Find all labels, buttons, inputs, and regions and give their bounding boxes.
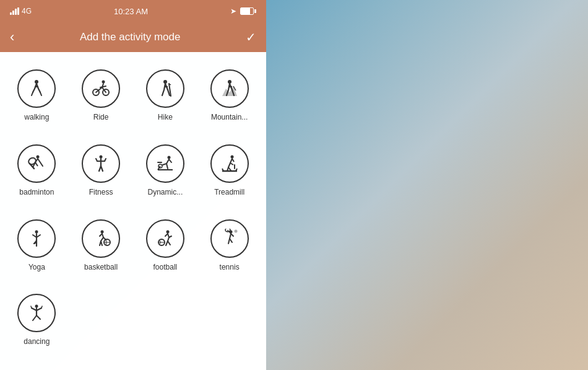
svg-point-23 [101, 230, 104, 233]
status-bar: 4G 10:23 AM ➤ [0, 0, 266, 22]
football-icon [155, 229, 175, 249]
signal-bar-2 [12, 11, 14, 15]
activity-label-basketball: basketball [84, 263, 118, 271]
svg-point-11 [102, 81, 105, 84]
activity-circle-football [146, 219, 184, 258]
activity-circle-fitness [82, 144, 120, 183]
activity-item-ride[interactable]: Ride [71, 64, 132, 133]
battery-body [240, 7, 254, 15]
activity-circle-badminton [17, 144, 56, 183]
activity-label-dynamic: Dynamic... [148, 188, 183, 196]
activity-label-badminton: badminton [19, 188, 54, 196]
activity-label-dancing: dancing [24, 337, 50, 346]
svg-point-30 [35, 305, 38, 308]
signal-bar-4 [17, 7, 19, 15]
activity-circle-walking [17, 69, 56, 108]
activity-label-yoga: Yoga [28, 263, 45, 271]
activity-item-yoga[interactable]: Yoga [6, 214, 67, 283]
activity-circle-basketball [82, 219, 120, 258]
signal-bar-3 [15, 9, 17, 15]
badminton-icon [27, 154, 46, 174]
signal-bars [10, 7, 19, 15]
activity-item-tennis[interactable]: tennis [199, 214, 260, 283]
page-title: Add the activity mode [14, 31, 246, 43]
yoga-icon [27, 229, 46, 249]
time-display: 10:23 AM [114, 7, 148, 16]
treadmill-icon [220, 154, 240, 174]
activity-item-hike[interactable]: Hike [135, 64, 196, 133]
activity-grid: walking Ride [0, 52, 266, 370]
activity-label-tennis: tennis [220, 263, 240, 271]
signal-bar-1 [10, 12, 12, 15]
svg-point-22 [35, 230, 38, 233]
ride-icon [91, 79, 111, 99]
activity-label-treadmill: Treadmill [214, 188, 244, 196]
activity-label-football: football [153, 263, 178, 271]
confirm-button[interactable]: ✓ [246, 30, 256, 45]
svg-point-29 [234, 229, 237, 232]
svg-point-21 [230, 155, 233, 158]
activity-circle-hike [146, 69, 184, 108]
activity-item-walking[interactable]: walking [6, 64, 67, 133]
status-right: ➤ [230, 7, 256, 15]
mountain-icon [220, 79, 240, 99]
activity-item-treadmill[interactable]: Treadmill [199, 139, 260, 208]
dancing-icon [27, 303, 46, 323]
activity-item-dynamic[interactable]: Dynamic... [135, 139, 196, 208]
activity-label-fitness: Fitness [89, 188, 113, 196]
location-icon: ➤ [230, 7, 236, 15]
activity-circle-ride [82, 69, 120, 108]
svg-point-25 [166, 230, 169, 233]
activity-item-fitness[interactable]: Fitness [71, 139, 132, 208]
battery-tip [254, 9, 256, 13]
activity-circle-tennis [210, 219, 249, 258]
battery-indicator [240, 7, 256, 15]
activity-circle-dynamic [146, 144, 184, 183]
activity-label-ride: Ride [93, 113, 109, 121]
activity-label-hike: Hike [158, 113, 173, 121]
activity-circle-yoga [17, 219, 56, 258]
status-left: 4G [10, 7, 32, 15]
activity-label-walking: walking [24, 113, 49, 121]
activity-label-mountain: Mountain... [211, 113, 248, 121]
activity-circle-treadmill [210, 144, 249, 183]
tennis-icon [220, 229, 240, 249]
activity-item-badminton[interactable]: badminton [6, 139, 67, 208]
hike-icon [155, 79, 175, 99]
walking-icon [27, 79, 46, 99]
svg-point-17 [28, 156, 37, 165]
basketball-icon [91, 229, 111, 249]
svg-point-18 [100, 155, 103, 158]
back-button[interactable]: ‹ [10, 30, 14, 44]
phone-app: 4G 10:23 AM ➤ ‹ Add the activity mode ✓ [0, 0, 266, 370]
header-bar: ‹ Add the activity mode ✓ [0, 22, 266, 52]
svg-point-19 [167, 156, 170, 159]
activity-item-mountain[interactable]: Mountain... [199, 64, 260, 133]
activity-item-football[interactable]: football [135, 214, 196, 283]
activity-circle-dancing [17, 294, 56, 332]
svg-point-16 [37, 155, 40, 158]
signal-label: 4G [22, 7, 32, 15]
activity-item-basketball[interactable]: basketball [71, 214, 132, 283]
activity-item-dancing[interactable]: dancing [6, 289, 67, 358]
activity-circle-mountain [210, 69, 249, 108]
fitness-icon [91, 154, 111, 174]
dynamic-icon [155, 154, 175, 174]
battery-fill [241, 8, 250, 14]
